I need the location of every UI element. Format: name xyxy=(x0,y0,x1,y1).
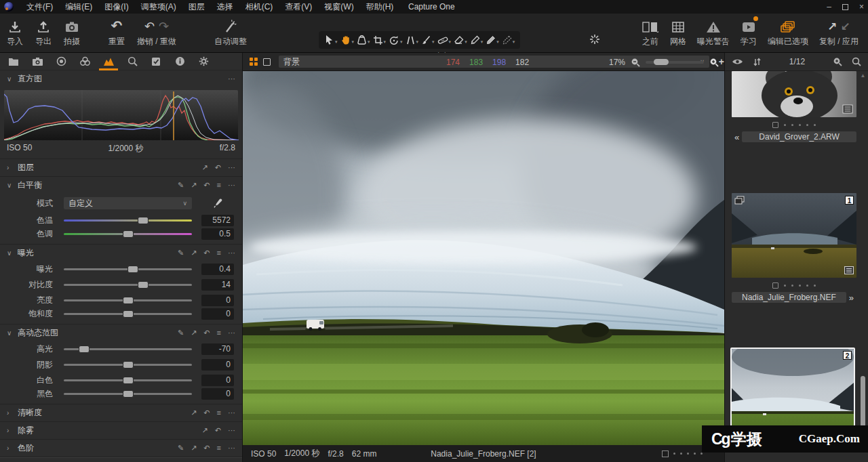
kelvin-value[interactable]: 5572 xyxy=(201,215,234,226)
rating-strip[interactable] xyxy=(662,450,703,457)
add-view-icon[interactable]: + xyxy=(719,56,724,67)
scroll-up-icon[interactable]: ▲ xyxy=(860,72,866,79)
auto-adjust-button[interactable]: 自动调整 xyxy=(214,18,247,47)
capture-button[interactable]: 拍摄 xyxy=(64,18,80,47)
brush-adjustment-icon[interactable]: ✎ xyxy=(178,249,184,257)
more-icon[interactable]: ··· xyxy=(228,249,235,257)
chevron-right-icon[interactable]: › xyxy=(7,164,15,171)
rating-strip[interactable] xyxy=(732,280,856,290)
menu-layers[interactable]: 图层 xyxy=(182,0,211,14)
menu-camera[interactable]: 相机(C) xyxy=(239,0,279,14)
thumb-photo-dark-landscape[interactable] xyxy=(732,193,856,278)
pan-tool-active[interactable]: ▾ xyxy=(340,35,355,45)
menu-view[interactable]: 查看(V) xyxy=(279,0,318,14)
menu-window[interactable]: 视窗(W) xyxy=(318,0,359,14)
learn-button[interactable]: 学习 xyxy=(741,18,757,47)
reset-adjustment-icon[interactable]: ↶ xyxy=(215,164,221,171)
reset-adjustment-icon[interactable]: ↶ xyxy=(203,444,210,452)
saturation-slider[interactable] xyxy=(64,310,192,318)
reset-adjustment-icon[interactable]: ↶ xyxy=(203,409,210,417)
redo-icon[interactable]: ↷ xyxy=(159,19,169,34)
shadows-value[interactable]: 0 xyxy=(201,359,234,371)
undo-icon[interactable]: ↶ xyxy=(144,19,155,34)
apply-adjustments-icon[interactable]: ↙ xyxy=(840,20,850,34)
chevron-right-icon[interactable]: › xyxy=(7,444,15,452)
browser-scrollbar[interactable]: ▲ xyxy=(860,72,866,459)
highlights-slider[interactable] xyxy=(64,345,192,353)
exposure-warning-button[interactable]: 曝光警告 xyxy=(697,18,730,47)
tab-lens[interactable] xyxy=(52,53,71,70)
draw-mask-tool[interactable]: ▾ xyxy=(470,35,484,45)
contrast-value[interactable]: 14 xyxy=(201,279,234,291)
preset-menu-icon[interactable]: ≡ xyxy=(217,444,221,452)
tab-library[interactable] xyxy=(4,53,23,70)
copy-adjustment-icon[interactable]: ↗ xyxy=(191,329,197,337)
chevron-down-icon[interactable]: ∨ xyxy=(7,75,15,83)
exposure-value[interactable]: 0.4 xyxy=(201,264,234,275)
copy-adjustments-icon[interactable]: ↗ xyxy=(827,20,837,34)
preset-menu-icon[interactable]: ≡ xyxy=(217,182,221,189)
sort-icon[interactable] xyxy=(753,58,762,66)
copy-adjustment-icon[interactable]: ↗ xyxy=(191,444,197,452)
thumb-photo-lemur[interactable] xyxy=(732,71,856,117)
tint-value[interactable]: 0.5 xyxy=(201,228,234,240)
shadows-slider[interactable] xyxy=(64,361,192,369)
copy-adjustment-icon[interactable]: ↗ xyxy=(191,182,197,189)
main-image[interactable] xyxy=(243,71,724,445)
copy-apply-button[interactable]: ↗ ↙ 复制 / 应用 xyxy=(819,18,859,47)
menu-help[interactable]: 帮助(H) xyxy=(360,0,400,14)
zoom-out-icon[interactable] xyxy=(631,58,640,67)
blacks-value[interactable]: 0 xyxy=(201,388,234,400)
maximize-button[interactable] xyxy=(842,4,848,10)
tint-slider[interactable] xyxy=(64,230,192,238)
speedmask-icon[interactable] xyxy=(589,33,601,45)
magic-brush-tool[interactable]: ▾ xyxy=(486,35,499,45)
export-button[interactable]: 导出 xyxy=(35,18,52,47)
rating-strip[interactable] xyxy=(732,120,856,129)
tab-info[interactable] xyxy=(170,53,189,70)
chevron-down-icon[interactable]: ∨ xyxy=(7,329,15,337)
highlights-value[interactable]: -70 xyxy=(201,343,234,355)
saturation-value[interactable]: 0 xyxy=(201,308,234,320)
import-button[interactable]: 导入 xyxy=(7,18,23,47)
menu-image[interactable]: 图像(I) xyxy=(98,0,134,14)
chevron-down-icon[interactable]: ∨ xyxy=(7,249,15,257)
edit-selected-button[interactable]: 编辑已选项 xyxy=(768,18,808,47)
tab-metadata[interactable] xyxy=(146,53,165,70)
more-icon[interactable]: ··· xyxy=(228,75,235,83)
more-icon[interactable]: ··· xyxy=(228,409,235,417)
more-icon[interactable]: ··· xyxy=(228,444,235,452)
thumbnail-item[interactable]: « David_Grover_2.ARW xyxy=(732,71,856,142)
copy-adjustment-icon[interactable]: ↗ xyxy=(191,249,197,257)
tab-details[interactable] xyxy=(123,53,142,70)
pick-wb-icon[interactable]: ✎ xyxy=(178,182,184,189)
crop-tool[interactable]: ▾ xyxy=(373,35,387,45)
reset-button[interactable]: ↶ 重置 xyxy=(108,18,125,47)
zoom-level[interactable]: 17% xyxy=(609,58,625,67)
heal-tool[interactable]: ▾ xyxy=(437,35,452,45)
brightness-slider[interactable] xyxy=(64,297,192,304)
tab-color[interactable] xyxy=(75,53,94,70)
thumb-filename[interactable]: Nadia_Julie_Froberg.NEF xyxy=(732,292,846,303)
blacks-slider[interactable] xyxy=(64,390,192,398)
kelvin-slider[interactable] xyxy=(64,217,192,224)
wb-mode-select[interactable]: 自定义 ∨ xyxy=(64,197,192,209)
tab-adjustments-active[interactable] xyxy=(99,53,118,70)
close-button[interactable]: × xyxy=(859,2,864,12)
preset-menu-icon[interactable]: ≡ xyxy=(217,409,221,417)
copy-adjustment-icon[interactable]: ↗ xyxy=(191,409,197,417)
wb-eyedropper-icon[interactable] xyxy=(201,198,234,209)
more-icon[interactable]: ··· xyxy=(228,164,235,171)
menu-edit[interactable]: 编辑(E) xyxy=(59,0,98,14)
expand-right-icon[interactable]: » xyxy=(846,293,856,303)
zoom-slider[interactable] xyxy=(646,59,704,66)
preset-menu-icon[interactable]: ≡ xyxy=(217,329,221,337)
thumbnail-item[interactable]: 1 Nadia_Julie_Froberg.NEF » xyxy=(732,193,856,303)
contrast-slider[interactable] xyxy=(64,281,192,289)
copy-adjustment-icon[interactable]: ↗ xyxy=(202,427,208,434)
thumb-zoom-icon[interactable] xyxy=(833,57,842,66)
zoom-in-icon[interactable] xyxy=(709,58,719,67)
more-icon[interactable]: ··· xyxy=(228,427,235,434)
eye-filter-icon[interactable] xyxy=(732,58,743,66)
tab-settings[interactable] xyxy=(194,53,213,70)
